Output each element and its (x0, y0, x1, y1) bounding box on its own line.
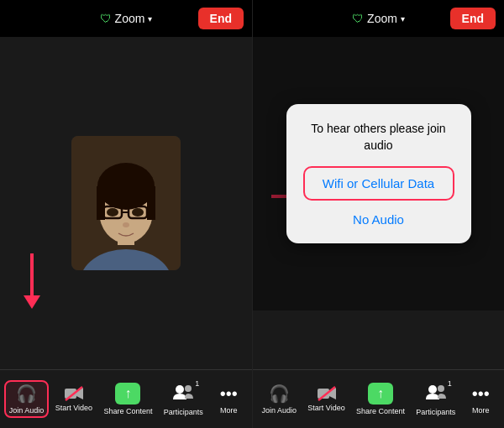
headphone-icon: 🎧 (16, 384, 37, 404)
zoom-badge-left[interactable]: 🛡 Zoom ▾ (100, 12, 153, 25)
more-button-right[interactable]: ••• More (461, 381, 500, 418)
shield-icon-left: 🛡 (100, 12, 112, 25)
share-icon: ↑ (115, 383, 140, 405)
start-video-button[interactable]: Start Video (50, 383, 97, 415)
arrow-down-left (24, 253, 40, 309)
participants-label: Participants (164, 408, 203, 416)
chevron-down-icon-left: ▾ (148, 14, 152, 23)
popup-title: To hear others please join audio (303, 121, 454, 154)
no-audio-button[interactable]: No Audio (303, 209, 454, 230)
toolbar-left: 🎧 Join Audio Start Video ↑ Share Content (0, 369, 252, 428)
start-video-label: Start Video (55, 404, 92, 412)
join-audio-popup: To hear others please join audio Wifi or… (286, 104, 471, 243)
participants-count-right: 1 (448, 379, 452, 388)
top-bar-right: 🛡 Zoom ▾ End (253, 0, 504, 37)
participants-label-right: Participants (416, 408, 455, 416)
video-icon (64, 386, 84, 401)
left-screen: 🛡 Zoom ▾ End (0, 0, 252, 428)
more-button-left[interactable]: ••• More (209, 381, 248, 418)
app-name-right: Zoom (367, 12, 397, 25)
join-audio-label: Join Audio (9, 406, 45, 415)
headphone-icon-right: 🎧 (269, 384, 290, 404)
join-audio-label-right: Join Audio (262, 406, 297, 415)
end-button-right[interactable]: End (450, 8, 496, 29)
right-screen: 🛡 Zoom ▾ End To hear others please join … (252, 0, 504, 428)
join-audio-button-right[interactable]: 🎧 Join Audio (257, 380, 302, 418)
more-label-left: More (220, 406, 238, 415)
more-icon-right: ••• (472, 384, 490, 404)
participants-button-right[interactable]: 1 Participants (411, 379, 460, 420)
share-content-label: Share Content (103, 407, 152, 415)
toolbar-right: 🎧 Join Audio Start Video ↑ Share Content (253, 369, 504, 428)
svg-point-17 (185, 385, 192, 392)
svg-point-12 (123, 222, 129, 227)
svg-rect-6 (147, 186, 155, 220)
share-icon-right: ↑ (368, 383, 393, 405)
svg-point-16 (176, 385, 184, 394)
wifi-cellular-button[interactable]: Wifi or Cellular Data (303, 166, 454, 201)
share-content-label-right: Share Content (356, 407, 405, 415)
join-audio-button[interactable]: 🎧 Join Audio (4, 380, 50, 418)
participants-button[interactable]: 1 Participants (159, 379, 208, 420)
share-content-button-right[interactable]: ↑ Share Content (351, 379, 410, 419)
participants-icon: 1 (172, 383, 194, 405)
video-area-right: To hear others please join audio Wifi or… (253, 37, 504, 369)
zoom-badge-right[interactable]: 🛡 Zoom ▾ (352, 12, 405, 25)
more-icon-left: ••• (220, 384, 238, 404)
shield-icon-right: 🛡 (352, 12, 364, 25)
video-area-left (0, 37, 252, 369)
app-name-left: Zoom (115, 12, 145, 25)
svg-point-22 (438, 385, 444, 392)
svg-point-10 (107, 208, 118, 217)
more-label-right: More (472, 406, 490, 415)
popup-overlay: To hear others please join audio Wifi or… (253, 37, 504, 311)
share-content-button[interactable]: ↑ Share Content (98, 379, 157, 419)
end-button-left[interactable]: End (198, 8, 244, 29)
svg-point-11 (132, 208, 144, 217)
start-video-label-right: Start Video (307, 404, 344, 412)
svg-point-21 (428, 385, 437, 394)
participants-count: 1 (195, 379, 199, 388)
top-bar-left: 🛡 Zoom ▾ End (0, 0, 252, 37)
video-icon-right (317, 386, 337, 401)
start-video-button-right[interactable]: Start Video (302, 383, 349, 415)
participants-icon-right: 1 (425, 383, 447, 405)
chevron-down-icon-right: ▾ (401, 14, 405, 23)
svg-point-4 (97, 163, 155, 210)
participant-video-left (71, 136, 181, 270)
